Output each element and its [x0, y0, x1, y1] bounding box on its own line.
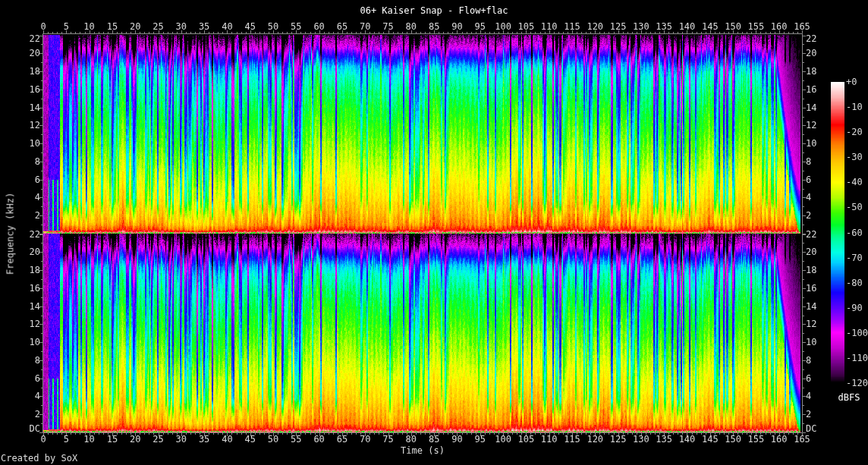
legend-tick-label: +0: [846, 77, 857, 87]
y-tick-label-left: 6: [0, 374, 40, 384]
y-tick-label-left: 2: [0, 410, 40, 419]
x-tick-label-top: 150: [725, 22, 741, 32]
y-tick-label-right: 10: [806, 139, 816, 149]
y-tick-label-left: 4: [0, 391, 40, 401]
legend-unit-label: dBFS: [838, 393, 860, 403]
y-tick-label-left: 16: [0, 85, 40, 95]
x-tick-label-top: 55: [291, 22, 301, 32]
legend-tick-label: -20: [846, 127, 863, 137]
y-tick-label-left: 10: [0, 139, 40, 149]
y-tick-label-right: 14: [806, 103, 816, 113]
x-tick-label-top: 80: [406, 22, 417, 32]
x-tick-label-top: 135: [656, 22, 672, 32]
y-tick-label-right: 4: [806, 193, 811, 203]
x-tick-label-top: 35: [199, 22, 209, 32]
y-tick-label-right: 16: [806, 85, 816, 95]
x-tick-label-top: 90: [451, 22, 462, 32]
y-tick-label-right: 8: [806, 157, 811, 167]
y-tick-label-left: 22: [0, 230, 40, 240]
y-tick-label-right: 20: [806, 49, 816, 58]
y-tick-label-right: 16: [806, 284, 816, 294]
x-tick-label-bottom: 100: [495, 435, 511, 445]
x-tick-label-top: 10: [83, 22, 94, 32]
x-tick-label-bottom: 85: [429, 435, 439, 445]
y-tick-label-right: 22: [806, 34, 816, 44]
x-tick-label-bottom: 145: [702, 435, 719, 445]
x-tick-label-top: 130: [633, 22, 649, 32]
x-tick-label-bottom: 5: [64, 435, 69, 445]
x-axis-title: Time (s): [401, 446, 445, 456]
x-tick-label-bottom: 155: [748, 435, 765, 445]
x-tick-label-top: 105: [518, 22, 535, 32]
x-tick-label-bottom: 115: [564, 435, 580, 445]
y-tick-label-right: 12: [806, 121, 816, 130]
x-tick-label-top: 120: [587, 22, 603, 32]
x-tick-label-bottom: 110: [541, 435, 558, 445]
x-tick-label-top: 5: [64, 22, 69, 32]
y-tick-label-right: 4: [806, 391, 811, 401]
y-tick-label-left: 12: [0, 121, 40, 130]
legend-tick-label: -70: [846, 253, 863, 263]
y-tick-label-right: 2: [806, 410, 811, 419]
legend-tick-label: -80: [846, 278, 863, 288]
x-tick-label-top: 75: [382, 22, 393, 32]
page-title: 06+ Kaiser Snap - Flow+flac: [0, 6, 868, 16]
y-tick-label-left: 10: [0, 338, 40, 347]
y-tick-label-right: DC: [806, 424, 816, 434]
legend-tick-label: -60: [846, 228, 863, 238]
y-tick-label-left: 8: [0, 356, 40, 366]
x-tick-label-top: 95: [475, 22, 486, 32]
legend-tick-label: -50: [846, 203, 863, 212]
y-tick-label-left: 2: [0, 211, 40, 221]
y-tick-label-left: 8: [0, 157, 40, 167]
y-tick-label-left: 20: [0, 49, 40, 58]
x-tick-label-bottom: 45: [244, 435, 255, 445]
x-tick-label-bottom: 140: [679, 435, 696, 445]
y-tick-label-right: 10: [806, 338, 816, 347]
y-tick-label-left: 14: [0, 103, 40, 113]
x-tick-label-bottom: 130: [633, 435, 649, 445]
x-tick-label-top: 70: [360, 22, 370, 32]
x-tick-label-top: 100: [495, 22, 511, 32]
x-tick-label-top: 45: [244, 22, 255, 32]
x-tick-label-top: 115: [564, 22, 580, 32]
y-tick-label-left: 12: [0, 319, 40, 329]
x-tick-label-bottom: 65: [337, 435, 348, 445]
x-tick-label-bottom: 150: [725, 435, 741, 445]
x-tick-label-top: 165: [794, 22, 810, 32]
x-tick-label-bottom: 15: [107, 435, 118, 445]
x-tick-label-top: 125: [610, 22, 627, 32]
x-tick-label-top: 160: [771, 22, 788, 32]
y-tick-label-right: 18: [806, 265, 816, 275]
x-tick-label-bottom: 60: [313, 435, 324, 445]
y-tick-label-left: 18: [0, 67, 40, 77]
x-tick-label-top: 25: [153, 22, 163, 32]
y-tick-label-left: 18: [0, 265, 40, 275]
legend-tick-label: -110: [846, 353, 868, 363]
y-tick-label-left: DC: [0, 424, 40, 434]
y-tick-label-left: 20: [0, 247, 40, 257]
y-tick-label-right: 12: [806, 319, 816, 329]
x-tick-label-bottom: 70: [360, 435, 370, 445]
x-tick-label-bottom: 125: [610, 435, 627, 445]
y-tick-label-left: 16: [0, 284, 40, 294]
y-tick-label-right: 2: [806, 211, 811, 221]
x-tick-label-bottom: 160: [771, 435, 788, 445]
x-tick-label-bottom: 30: [176, 435, 187, 445]
x-tick-label-bottom: 25: [153, 435, 163, 445]
x-tick-label-bottom: 120: [587, 435, 603, 445]
x-tick-label-bottom: 80: [406, 435, 417, 445]
y-tick-label-left: 4: [0, 193, 40, 203]
sox-spectrogram-image: 06+ Kaiser Snap - Flow+flac Frequency (k…: [0, 0, 868, 465]
x-tick-label-bottom: 95: [475, 435, 486, 445]
x-tick-label-top: 60: [313, 22, 324, 32]
legend-tick-label: -100: [846, 328, 868, 338]
x-tick-label-bottom: 0: [40, 435, 46, 445]
x-tick-label-top: 15: [107, 22, 118, 32]
credit-text: Created by SoX: [1, 454, 77, 463]
x-tick-label-top: 30: [176, 22, 187, 32]
x-tick-label-bottom: 90: [451, 435, 462, 445]
x-tick-label-bottom: 35: [199, 435, 209, 445]
x-tick-label-bottom: 135: [656, 435, 672, 445]
y-tick-label-left: 6: [0, 175, 40, 185]
